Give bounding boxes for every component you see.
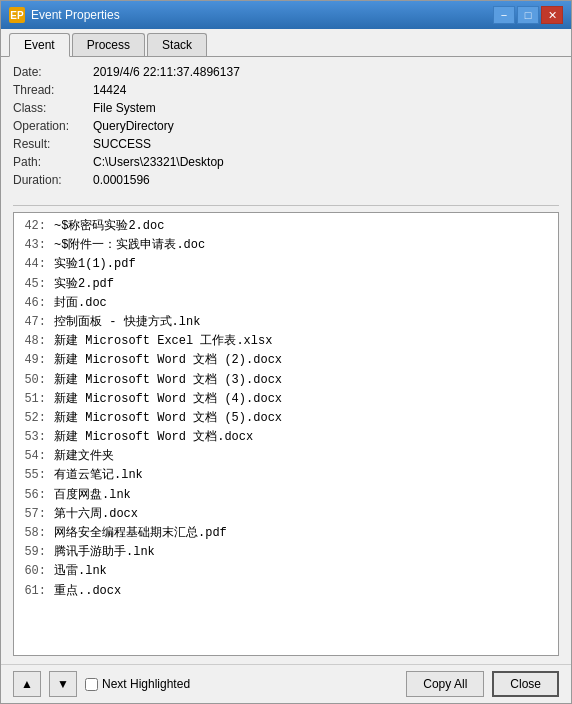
list-item: 57:第十六周.docx	[18, 505, 554, 524]
list-item: 58:网络安全编程基础期末汇总.pdf	[18, 524, 554, 543]
line-number: 57:	[18, 505, 54, 524]
close-window-button[interactable]: ✕	[541, 6, 563, 24]
list-item: 48:新建 Microsoft Excel 工作表.xlsx	[18, 332, 554, 351]
line-content: ~$称密码实验2.doc	[54, 217, 164, 236]
field-operation: Operation: QueryDirectory	[13, 119, 559, 133]
field-duration: Duration: 0.0001596	[13, 173, 559, 187]
event-properties-window: EP Event Properties − □ ✕ Event Process …	[0, 0, 572, 704]
minimize-button[interactable]: −	[493, 6, 515, 24]
line-number: 55:	[18, 466, 54, 485]
line-content: 有道云笔记.lnk	[54, 466, 143, 485]
close-button[interactable]: Close	[492, 671, 559, 697]
line-number: 56:	[18, 486, 54, 505]
next-highlighted-label: Next Highlighted	[102, 677, 190, 691]
line-number: 60:	[18, 562, 54, 581]
list-item: 44:实验1(1).pdf	[18, 255, 554, 274]
line-content: 控制面板 - 快捷方式.lnk	[54, 313, 200, 332]
event-list[interactable]: 42:~$称密码实验2.doc43:~$附件一：实践申请表.doc44:实验1(…	[14, 213, 558, 655]
list-item: 46:封面.doc	[18, 294, 554, 313]
field-class: Class: File System	[13, 101, 559, 115]
line-number: 51:	[18, 390, 54, 409]
next-highlighted-area: Next Highlighted	[85, 677, 190, 691]
field-path: Path: C:\Users\23321\Desktop	[13, 155, 559, 169]
line-content: 百度网盘.lnk	[54, 486, 131, 505]
line-content: 新建 Microsoft Word 文档 (5).docx	[54, 409, 282, 428]
list-item: 54:新建文件夹	[18, 447, 554, 466]
line-content: 新建 Microsoft Excel 工作表.xlsx	[54, 332, 272, 351]
list-item: 50:新建 Microsoft Word 文档 (3).docx	[18, 371, 554, 390]
field-thread: Thread: 14424	[13, 83, 559, 97]
tab-event[interactable]: Event	[9, 33, 70, 57]
tab-process[interactable]: Process	[72, 33, 145, 56]
field-date: Date: 2019/4/6 22:11:37.4896137	[13, 65, 559, 79]
list-item: 42:~$称密码实验2.doc	[18, 217, 554, 236]
line-content: 第十六周.docx	[54, 505, 138, 524]
line-number: 54:	[18, 447, 54, 466]
event-list-container[interactable]: 42:~$称密码实验2.doc43:~$附件一：实践申请表.doc44:实验1(…	[13, 212, 559, 656]
list-item: 55:有道云笔记.lnk	[18, 466, 554, 485]
line-content: 新建 Microsoft Word 文档 (3).docx	[54, 371, 282, 390]
list-item: 49:新建 Microsoft Word 文档 (2).docx	[18, 351, 554, 370]
line-content: 实验1(1).pdf	[54, 255, 136, 274]
line-content: ~$附件一：实践申请表.doc	[54, 236, 205, 255]
window-title: Event Properties	[31, 8, 120, 22]
line-number: 47:	[18, 313, 54, 332]
tabs-bar: Event Process Stack	[1, 29, 571, 57]
line-content: 重点..docx	[54, 582, 121, 601]
line-number: 50:	[18, 371, 54, 390]
list-item: 47:控制面板 - 快捷方式.lnk	[18, 313, 554, 332]
maximize-button[interactable]: □	[517, 6, 539, 24]
line-content: 新建 Microsoft Word 文档 (4).docx	[54, 390, 282, 409]
list-item: 51:新建 Microsoft Word 文档 (4).docx	[18, 390, 554, 409]
line-number: 46:	[18, 294, 54, 313]
line-content: 腾讯手游助手.lnk	[54, 543, 155, 562]
title-buttons: − □ ✕	[493, 6, 563, 24]
line-number: 45:	[18, 275, 54, 294]
line-content: 新建 Microsoft Word 文档 (2).docx	[54, 351, 282, 370]
title-bar: EP Event Properties − □ ✕	[1, 1, 571, 29]
list-item: 43:~$附件一：实践申请表.doc	[18, 236, 554, 255]
line-number: 53:	[18, 428, 54, 447]
list-item: 60:迅雷.lnk	[18, 562, 554, 581]
title-bar-left: EP Event Properties	[9, 7, 120, 23]
list-item: 59:腾讯手游助手.lnk	[18, 543, 554, 562]
line-number: 43:	[18, 236, 54, 255]
line-number: 58:	[18, 524, 54, 543]
field-result: Result: SUCCESS	[13, 137, 559, 151]
window-icon: EP	[9, 7, 25, 23]
tab-stack[interactable]: Stack	[147, 33, 207, 56]
navigate-down-button[interactable]: ▼	[49, 671, 77, 697]
line-number: 42:	[18, 217, 54, 236]
line-number: 61:	[18, 582, 54, 601]
properties-fields: Date: 2019/4/6 22:11:37.4896137 Thread: …	[1, 57, 571, 199]
copy-all-button[interactable]: Copy All	[406, 671, 484, 697]
list-item: 45:实验2.pdf	[18, 275, 554, 294]
line-number: 52:	[18, 409, 54, 428]
line-content: 迅雷.lnk	[54, 562, 107, 581]
line-number: 59:	[18, 543, 54, 562]
line-content: 网络安全编程基础期末汇总.pdf	[54, 524, 227, 543]
list-item: 53:新建 Microsoft Word 文档.docx	[18, 428, 554, 447]
list-item: 56:百度网盘.lnk	[18, 486, 554, 505]
line-content: 实验2.pdf	[54, 275, 114, 294]
line-content: 封面.doc	[54, 294, 107, 313]
line-number: 48:	[18, 332, 54, 351]
list-item: 52:新建 Microsoft Word 文档 (5).docx	[18, 409, 554, 428]
bottom-bar: ▲ ▼ Next Highlighted Copy All Close	[1, 664, 571, 703]
line-number: 44:	[18, 255, 54, 274]
list-item: 61:重点..docx	[18, 582, 554, 601]
line-content: 新建 Microsoft Word 文档.docx	[54, 428, 253, 447]
line-content: 新建文件夹	[54, 447, 114, 466]
divider	[13, 205, 559, 206]
next-highlighted-checkbox[interactable]	[85, 678, 98, 691]
navigate-up-button[interactable]: ▲	[13, 671, 41, 697]
line-number: 49:	[18, 351, 54, 370]
